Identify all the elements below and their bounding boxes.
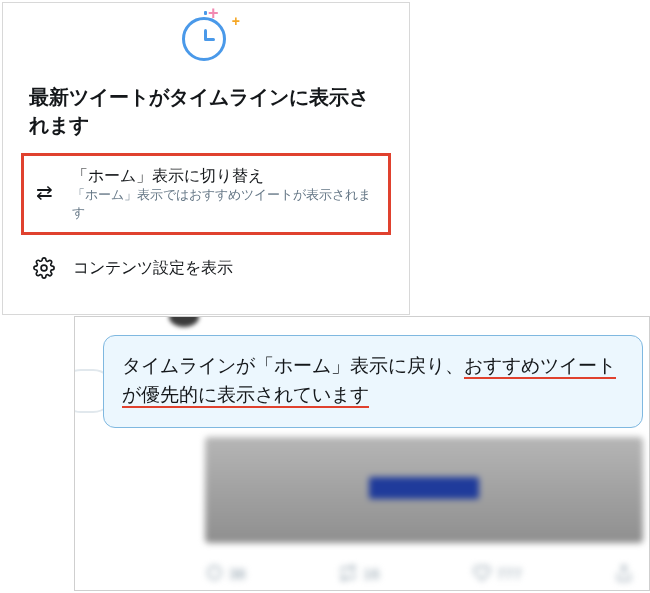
switch-to-home-option[interactable]: ⇄ 「ホーム」表示に切り替え 「ホーム」表示ではおすすめツイートが表示されます — [21, 153, 391, 235]
timeline-preview-panel: タイムラインが「ホーム」表示に戻り、おすすめツイートが優先的に表示されています … — [74, 316, 650, 591]
swap-icon: ⇄ — [36, 166, 62, 204]
blurred-tweet-preview: 38 16 777 — [115, 437, 643, 588]
switch-option-label: 「ホーム」表示に切り替え — [72, 166, 378, 187]
reply-action[interactable]: 38 — [205, 564, 246, 582]
switch-option-description: 「ホーム」表示ではおすすめツイートが表示されます — [72, 187, 378, 222]
avatar-blur — [169, 316, 199, 327]
gear-icon — [33, 257, 55, 279]
info-bubble: タイムラインが「ホーム」表示に戻り、おすすめツイートが優先的に表示されています — [103, 335, 643, 428]
retweet-count: 16 — [363, 565, 380, 582]
retweet-icon — [339, 564, 357, 582]
retweet-action[interactable]: 16 — [339, 564, 380, 582]
like-action[interactable]: 777 — [473, 564, 522, 582]
like-count: 777 — [497, 565, 522, 582]
share-icon — [615, 564, 633, 582]
svg-point-0 — [41, 265, 47, 271]
content-settings-label: コンテンツ設定を表示 — [55, 258, 233, 279]
heart-icon — [473, 564, 491, 582]
view-content-settings-option[interactable]: コンテンツ設定を表示 — [3, 243, 409, 293]
media-label-blur — [369, 477, 479, 499]
reply-icon — [205, 564, 223, 582]
popup-title: 最新ツイートがタイムラインに表示されます — [3, 83, 409, 153]
bubble-text-prefix: タイムラインが「ホーム」表示に戻り、 — [122, 355, 464, 376]
reply-count: 38 — [229, 565, 246, 582]
tweet-action-bar: 38 16 777 — [205, 564, 633, 582]
share-action[interactable] — [615, 564, 633, 582]
timeline-settings-popup: + + 最新ツイートがタイムラインに表示されます ⇄ 「ホーム」表示に切り替え … — [2, 2, 410, 315]
tweet-media-blur — [205, 437, 643, 543]
latest-tweets-icon: + + — [176, 13, 236, 63]
